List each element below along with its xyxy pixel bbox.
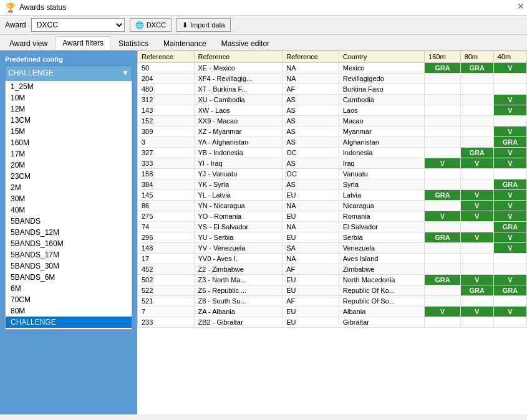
dropdown-item[interactable]: 160M bbox=[6, 137, 132, 148]
table-cell bbox=[460, 317, 493, 328]
table-row: 86YN - NicaraguaNANicaraguaVV bbox=[138, 201, 527, 211]
table-cell: Latvia bbox=[339, 190, 424, 201]
table-cell: OC bbox=[283, 148, 339, 158]
table-cell: Nicaragua bbox=[339, 201, 424, 211]
table-cell bbox=[425, 296, 461, 307]
dropdown-item[interactable]: 10M bbox=[6, 92, 132, 103]
tab-massive-editor[interactable]: Massive editor bbox=[215, 37, 276, 50]
dropdown-list: 1_25M10M12M13CM15M160M17M20M23CM2M30M40M… bbox=[5, 80, 132, 330]
table-cell: GRA bbox=[425, 232, 461, 243]
tab-award-view[interactable]: Award view bbox=[2, 37, 54, 50]
table-cell: NA bbox=[283, 222, 339, 232]
dxcc-icon: 🌐 bbox=[135, 21, 144, 29]
table-cell: EU bbox=[283, 285, 339, 296]
table-header: Reference bbox=[138, 51, 195, 63]
table-cell: NA bbox=[283, 201, 339, 211]
dropdown-item[interactable]: 30M bbox=[6, 193, 132, 204]
table-cell: XZ - Myanmar bbox=[194, 126, 283, 137]
dropdown-item[interactable]: 23CM bbox=[6, 171, 132, 182]
data-table: ReferenceReferenceReferenceCountry160m80… bbox=[137, 50, 527, 328]
dropdown-item[interactable]: CW bbox=[6, 328, 132, 330]
dropdown-item[interactable]: 5BANDS bbox=[6, 216, 132, 227]
table-cell bbox=[425, 285, 461, 296]
table-cell bbox=[493, 264, 526, 275]
table-cell: 502 bbox=[138, 275, 195, 285]
table-cell: El Salvador bbox=[339, 222, 424, 232]
table-cell: 152 bbox=[138, 116, 195, 126]
table-cell: 7 bbox=[138, 307, 195, 317]
award-select[interactable]: DXCC bbox=[31, 18, 125, 32]
title-bar-text: Awards status bbox=[19, 3, 66, 12]
dxcc-button[interactable]: 🌐 DXCC bbox=[130, 18, 172, 32]
dropdown-item[interactable]: 2M bbox=[6, 182, 132, 193]
table-cell: 452 bbox=[138, 264, 195, 275]
dropdown-item[interactable]: 5BANDS_30M bbox=[6, 260, 132, 272]
table-cell: V bbox=[425, 211, 461, 222]
table-cell: 333 bbox=[138, 158, 195, 169]
dropdown-item[interactable]: CHALLENGE bbox=[6, 317, 132, 328]
dropdown-item[interactable]: 1_25M bbox=[6, 81, 132, 92]
table-row: 502Z3 - North Ma...EUNorth MacedoniaGRAV… bbox=[138, 275, 527, 285]
table-cell: Z6 - Republic ... bbox=[194, 285, 283, 296]
table-cell bbox=[425, 179, 461, 190]
dropdown-item[interactable]: 40M bbox=[6, 204, 132, 216]
tab-maintenance[interactable]: Maintenance bbox=[157, 37, 213, 50]
table-cell bbox=[425, 137, 461, 148]
table-cell: Cambodia bbox=[339, 95, 424, 105]
config-dropdown[interactable]: CHALLENGE ▼ bbox=[5, 65, 132, 80]
table-cell: Revillagigedo bbox=[339, 74, 424, 84]
table-cell: YJ - Vanuatu bbox=[194, 169, 283, 179]
table-cell: Z8 - South Su... bbox=[194, 296, 283, 307]
table-header: 40m bbox=[493, 51, 526, 63]
table-cell: V bbox=[460, 232, 493, 243]
table-row: 233ZB2 - GibraltarEUGibraltar bbox=[138, 317, 527, 328]
table-row: 7ZA - AlbaniaEUAlbaniaVVV bbox=[138, 307, 527, 317]
table-row: 275YO - RomaniaEURomaniaVVV bbox=[138, 211, 527, 222]
table-row: 333YI - IraqASIraqVVV bbox=[138, 158, 527, 169]
close-button[interactable]: ✕ bbox=[517, 1, 525, 11]
table-header: 160m bbox=[425, 51, 461, 63]
dropdown-item[interactable]: 5BANDS_160M bbox=[6, 238, 132, 249]
table-cell bbox=[493, 317, 526, 328]
table-row: 521Z8 - South Su...AFRepublic Of So... bbox=[138, 296, 527, 307]
table-cell bbox=[460, 254, 493, 264]
table-cell bbox=[460, 222, 493, 232]
dropdown-item[interactable]: 6M bbox=[6, 283, 132, 294]
table-cell bbox=[460, 169, 493, 179]
table-cell: Iraq bbox=[339, 158, 424, 169]
dropdown-item[interactable]: 17M bbox=[6, 148, 132, 160]
table-cell: 233 bbox=[138, 317, 195, 328]
dropdown-item[interactable]: 70CM bbox=[6, 294, 132, 305]
table-cell: AS bbox=[283, 95, 339, 105]
table-cell bbox=[460, 179, 493, 190]
table-cell: V bbox=[460, 275, 493, 285]
left-panel: Predefined config CHALLENGE ▼ 1_25M10M12… bbox=[0, 50, 137, 414]
table-cell: Afghanistan bbox=[339, 137, 424, 148]
right-panel[interactable]: ReferenceReferenceReferenceCountry160m80… bbox=[137, 50, 527, 414]
dropdown-item[interactable]: 5BANDS_17M bbox=[6, 249, 132, 260]
table-cell: XE - Mexico bbox=[194, 63, 283, 74]
import-button[interactable]: ⬇ Import data bbox=[176, 18, 231, 32]
table-cell: YO - Romania bbox=[194, 211, 283, 222]
dropdown-item[interactable]: 13CM bbox=[6, 115, 132, 126]
tab-statistics[interactable]: Statistics bbox=[112, 37, 155, 50]
tab-award-filters[interactable]: Award filters bbox=[56, 36, 110, 50]
table-cell: 158 bbox=[138, 169, 195, 179]
dropdown-item[interactable]: 80M bbox=[6, 305, 132, 317]
dropdown-item[interactable]: 20M bbox=[6, 160, 132, 171]
table-cell: V bbox=[460, 158, 493, 169]
table-cell: Republic Of So... bbox=[339, 296, 424, 307]
table-cell bbox=[425, 264, 461, 275]
table-cell bbox=[460, 74, 493, 84]
table-cell: 275 bbox=[138, 211, 195, 222]
table-cell bbox=[493, 116, 526, 126]
dropdown-item[interactable]: 5BANDS_12M bbox=[6, 227, 132, 238]
dropdown-item[interactable]: 15M bbox=[6, 126, 132, 137]
table-cell bbox=[460, 105, 493, 116]
table-header: Reference bbox=[194, 51, 283, 63]
dropdown-item[interactable]: 12M bbox=[6, 103, 132, 115]
table-cell: AF bbox=[283, 296, 339, 307]
table-cell: Macao bbox=[339, 116, 424, 126]
dropdown-item[interactable]: 5BANDS_6M bbox=[6, 272, 132, 283]
table-cell: V bbox=[493, 243, 526, 254]
